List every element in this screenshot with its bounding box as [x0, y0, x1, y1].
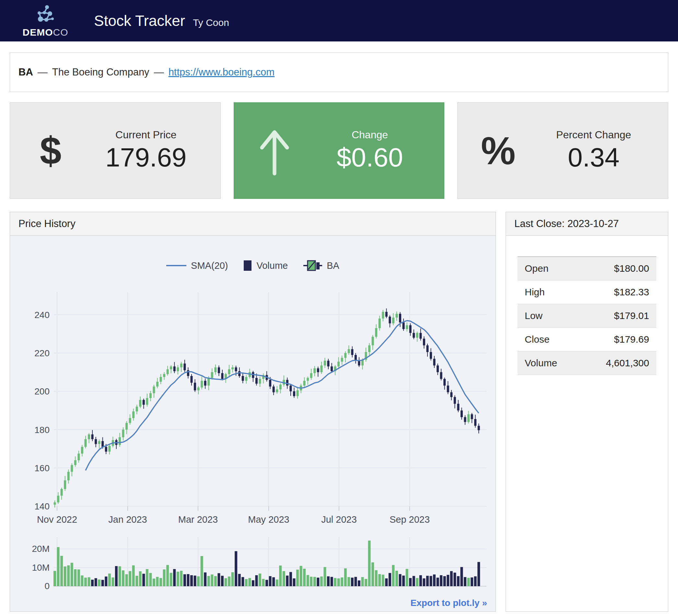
- legend-label: SMA(20): [191, 260, 228, 271]
- last-close-panel: Last Close: 2023-10-27 Open$180.00High$1…: [505, 212, 668, 612]
- svg-text:180: 180: [34, 425, 49, 435]
- svg-text:Sep 2023: Sep 2023: [389, 514, 430, 525]
- ticker-card: BA — The Boeing Company — https://www.bo…: [10, 52, 668, 92]
- logo-text: DEMOCO: [23, 28, 68, 37]
- row-value: $180.00: [614, 263, 649, 274]
- svg-text:240: 240: [34, 310, 49, 320]
- card-label: Current Price: [115, 129, 177, 141]
- card-label: Percent Change: [556, 129, 631, 141]
- legend-item-sma-20-[interactable]: SMA(20): [166, 260, 228, 271]
- svg-text:140: 140: [34, 501, 49, 511]
- logo-text-co: CO: [53, 27, 68, 38]
- democo-logo: DEMOCO: [16, 4, 75, 37]
- card-value: 179.69: [105, 142, 187, 173]
- svg-text:160: 160: [34, 463, 49, 473]
- export-link[interactable]: Export to plot.ly »: [411, 598, 487, 608]
- price-volume-svg[interactable]: 140160180200220240Nov 2022Jan 2023Mar 20…: [10, 236, 495, 612]
- price-history-panel: Price History 140160180200220240Nov 2022…: [10, 212, 496, 612]
- table-row-high: High$182.33: [518, 281, 656, 304]
- legend-item-ba[interactable]: BA: [303, 258, 339, 273]
- last-close-body: Open$180.00High$182.33Low$179.01Close$17…: [506, 236, 668, 612]
- svg-text:Nov 2022: Nov 2022: [37, 514, 77, 525]
- card-value: $0.60: [336, 142, 403, 173]
- legend-label: BA: [327, 260, 339, 271]
- price-chart[interactable]: 140160180200220240Nov 2022Jan 2023Mar 20…: [10, 236, 495, 612]
- panels-row: Price History 140160180200220240Nov 2022…: [10, 212, 668, 612]
- card-change: Change $0.60: [234, 102, 445, 199]
- last-close-title: Last Close: 2023-10-27: [506, 212, 668, 236]
- table-row-low: Low$179.01: [518, 304, 656, 328]
- molecule-icon: [35, 4, 56, 26]
- svg-text:200: 200: [34, 386, 49, 397]
- volume-swatch-icon: [244, 260, 252, 272]
- row-label: Volume: [525, 358, 557, 369]
- svg-text:Jan 2023: Jan 2023: [108, 514, 147, 525]
- ticker-separator: —: [154, 67, 164, 78]
- table-row-volume: Volume4,601,300: [518, 352, 656, 375]
- card-percent-change: % Percent Change 0.34: [457, 102, 668, 199]
- svg-text:220: 220: [34, 348, 49, 358]
- svg-text:Mar 2023: Mar 2023: [178, 514, 218, 525]
- ticker-link[interactable]: https://www.boeing.com: [168, 67, 274, 78]
- sma-line-icon: [166, 264, 186, 267]
- ticker-company: The Boeing Company: [52, 67, 149, 78]
- svg-text:20M: 20M: [32, 544, 49, 554]
- legend-label: Volume: [257, 260, 288, 271]
- table-row-open: Open$180.00: [518, 257, 656, 281]
- row-label: Close: [525, 334, 550, 345]
- row-label: High: [525, 287, 545, 298]
- header-bar: DEMOCO Stock Tracker Ty Coon: [0, 0, 678, 41]
- row-label: Open: [525, 263, 549, 274]
- ticker-separator: —: [38, 67, 48, 78]
- card-current-price: $ Current Price 179.69: [10, 102, 221, 199]
- app-subtitle: Ty Coon: [193, 13, 229, 28]
- ohlc-table: Open$180.00High$182.33Low$179.01Close$17…: [518, 256, 656, 375]
- percent-icon: %: [458, 131, 539, 170]
- app-title: Stock Tracker: [94, 12, 185, 30]
- svg-text:0: 0: [44, 581, 49, 591]
- table-row-close: Close$179.69: [518, 328, 656, 352]
- card-label: Change: [352, 129, 388, 141]
- chart-legend: SMA(20)VolumeBA: [10, 258, 495, 273]
- ticker-symbol: BA: [18, 67, 33, 78]
- svg-text:10M: 10M: [32, 563, 49, 573]
- candlestick-icon: [303, 258, 322, 273]
- price-history-title: Price History: [10, 212, 495, 236]
- arrow-up-icon: [234, 125, 315, 176]
- row-value: $179.69: [614, 334, 649, 345]
- stat-cards-row: $ Current Price 179.69 Change $0.60 % Pe…: [10, 102, 668, 199]
- dollar-icon: $: [10, 131, 91, 170]
- svg-text:Jul 2023: Jul 2023: [321, 514, 357, 525]
- legend-item-volume[interactable]: Volume: [244, 260, 288, 272]
- row-label: Low: [525, 310, 542, 321]
- svg-text:May 2023: May 2023: [248, 514, 289, 525]
- row-value: $179.01: [614, 310, 649, 321]
- logo-text-demo: DEMO: [23, 27, 53, 38]
- row-value: $182.33: [614, 287, 649, 298]
- card-value: 0.34: [568, 142, 620, 173]
- row-value: 4,601,300: [606, 358, 649, 369]
